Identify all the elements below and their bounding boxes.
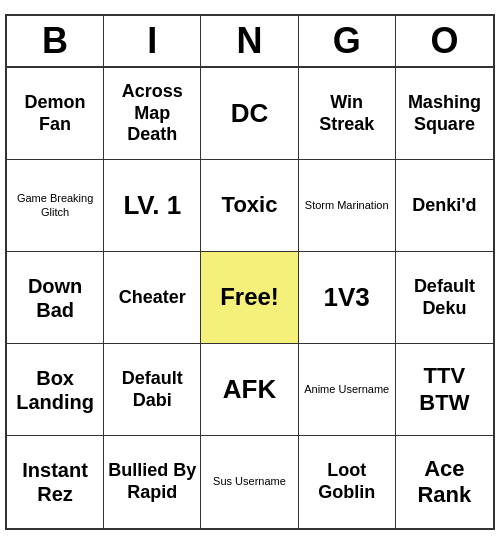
bingo-cell-23: Loot Goblin <box>299 436 396 528</box>
bingo-cell-8: Storm Marination <box>299 160 396 252</box>
bingo-header: BINGO <box>7 16 493 68</box>
bingo-cell-11: Cheater <box>104 252 201 344</box>
bingo-cell-9: Denki'd <box>396 160 493 252</box>
bingo-cell-12: Free! <box>201 252 298 344</box>
bingo-cell-2: DC <box>201 68 298 160</box>
bingo-header-letter: O <box>396 16 493 66</box>
bingo-cell-22: Sus Username <box>201 436 298 528</box>
bingo-cell-24: Ace Rank <box>396 436 493 528</box>
bingo-cell-6: LV. 1 <box>104 160 201 252</box>
bingo-cell-21: Bullied By Rapid <box>104 436 201 528</box>
bingo-cell-15: Box Landing <box>7 344 104 436</box>
bingo-cell-5: Game Breaking Glitch <box>7 160 104 252</box>
bingo-cell-17: AFK <box>201 344 298 436</box>
bingo-header-letter: N <box>201 16 298 66</box>
bingo-cell-14: Default Deku <box>396 252 493 344</box>
bingo-cell-1: Across Map Death <box>104 68 201 160</box>
bingo-cell-10: Down Bad <box>7 252 104 344</box>
bingo-header-letter: G <box>299 16 396 66</box>
bingo-cell-18: Anime Username <box>299 344 396 436</box>
bingo-cell-0: Demon Fan <box>7 68 104 160</box>
bingo-cell-13: 1V3 <box>299 252 396 344</box>
bingo-header-letter: I <box>104 16 201 66</box>
bingo-header-letter: B <box>7 16 104 66</box>
bingo-cell-7: Toxic <box>201 160 298 252</box>
bingo-cell-20: Instant Rez <box>7 436 104 528</box>
bingo-grid: Demon FanAcross Map DeathDCWin StreakMas… <box>7 68 493 528</box>
bingo-cell-4: Mashing Square <box>396 68 493 160</box>
bingo-cell-19: TTV BTW <box>396 344 493 436</box>
bingo-cell-16: Default Dabi <box>104 344 201 436</box>
bingo-cell-3: Win Streak <box>299 68 396 160</box>
bingo-card: BINGO Demon FanAcross Map DeathDCWin Str… <box>5 14 495 530</box>
